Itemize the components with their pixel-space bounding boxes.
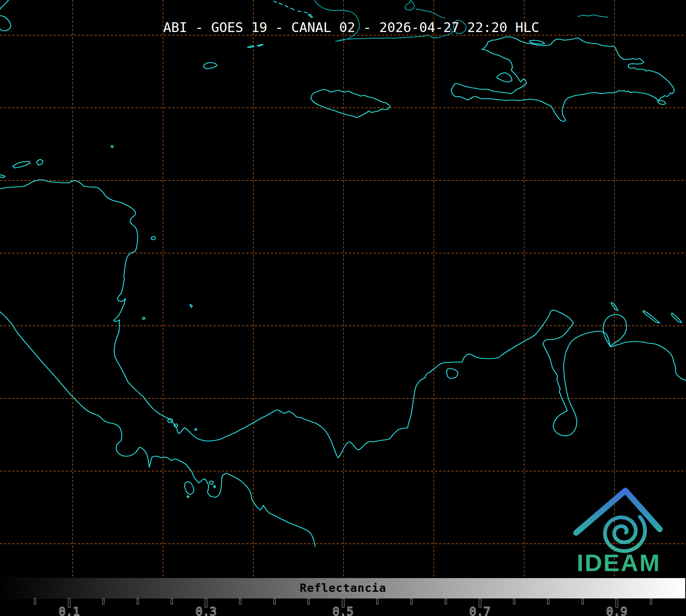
colorbar-minor-tick [548,599,549,604]
colorbar-minor-tick [445,599,446,604]
colorbar-minor-tick [34,599,36,604]
coastline-saona-island [658,100,666,105]
coastline-paraguana-peninsula [603,314,627,346]
satellite-image-viewer: IDEAM ABI - GOES 19 - CANAL 02 - 2026-04… [0,0,686,616]
coastline-northwest-corner-islets [0,0,11,31]
coastline-bay-islands-honduras [0,159,43,178]
coastline-central-america-caribbean [0,180,686,458]
coastline-cienaga-lagoon [447,369,458,379]
colorbar-minor-tick [308,599,309,604]
latlon-gridlines [0,0,686,578]
colorbar-minor-tick [411,599,412,604]
colorbar-minor-tick [171,599,172,604]
colorbar-tick-label: 0.1 [59,605,80,616]
coastline-jamaica [311,89,390,118]
colorbar-minor-tick [582,599,583,604]
colorbar-minor-tick [103,599,104,604]
coastline-pearl-islets [210,481,216,488]
ideam-logo-text: IDEAM [577,549,661,576]
image-title: ABI - GOES 19 - CANAL 02 - 2026-04-27 22… [163,20,539,35]
coastline-bocas-islets [168,418,197,430]
colorbar-label: Reflectancia [300,581,387,595]
coastline-small-caribbean-cays [111,146,192,320]
colorbar-minor-tick [377,599,378,604]
ideam-logo: IDEAM [576,491,661,576]
colorbar-tick-label: 0.9 [606,605,627,616]
colorbar-minor-tick [514,599,515,604]
colorbar-tick-label: 0.5 [332,605,353,616]
satellite-map: IDEAM [0,0,686,616]
coastlines-group [0,0,686,546]
coastline-aruba-curacao-bonaire [611,302,682,323]
colorbar-tick-label: 0.3 [195,605,217,616]
colorbar-minor-tick [240,599,241,604]
coastline-pacific-central-america [0,312,315,546]
colorbar-minor-tick [650,599,652,604]
colorbar-tick-label: 0.7 [469,605,491,616]
coastline-coiba-island [184,482,194,498]
colorbar: Reflectancia [1,578,685,599]
colorbar-minor-tick [137,599,138,604]
ideam-hurricane-spiral-icon [605,517,645,551]
colorbar-minor-tick [274,599,275,604]
coastline-cayman-islands [204,45,263,69]
coastline-cuba-cays [274,1,312,18]
coastline-gonave-island [497,73,512,82]
coastline-hispaniola [451,37,674,121]
